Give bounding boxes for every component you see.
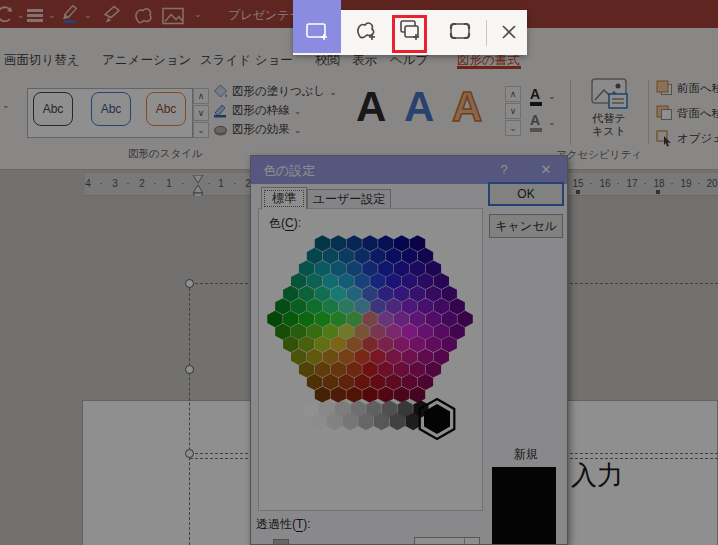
screen: ⌄ ⌄ ⌄ ⌄ プレゼンテーショ 画面切り替え アニメーション スライド ショー… [0, 0, 718, 545]
freeform-snip-button[interactable] [353, 19, 379, 45]
snip-toolbar-divider [486, 20, 487, 46]
fullscreen-snip-button[interactable] [447, 19, 473, 45]
snip-close-button[interactable] [498, 21, 520, 43]
rectangular-snip-button[interactable] [304, 18, 330, 44]
snip-dim-overlay[interactable] [0, 0, 718, 545]
highlight-box [392, 15, 427, 53]
